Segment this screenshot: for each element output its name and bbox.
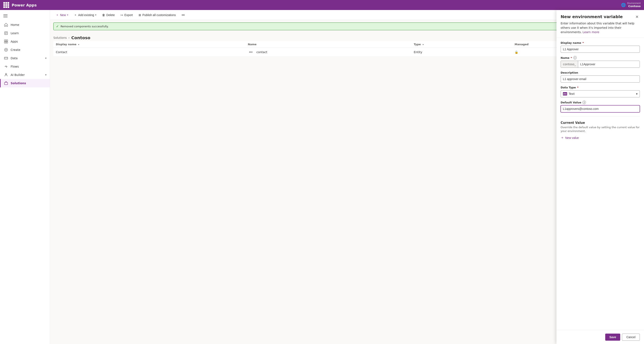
description-field-group: Description <box>561 71 640 82</box>
sidebar-item-home[interactable]: Home <box>0 21 50 29</box>
table-header-row: Display name ▾ Name Type ▾ Managed <box>53 41 641 48</box>
new-value-plus-icon: ＋ <box>561 136 564 140</box>
data-type-required: * <box>577 86 578 89</box>
panel-close-button[interactable]: ✕ <box>634 14 640 20</box>
new-button[interactable]: ＋ New ▾ <box>53 12 71 18</box>
topbar-right: 🌐 Environment Contoso <box>621 2 641 8</box>
name-prefix: contoso_ <box>561 61 578 68</box>
add-existing-button[interactable]: ＋ Add existing ▾ <box>72 12 99 18</box>
new-label: New <box>60 13 66 17</box>
sidebar-item-learn[interactable]: Learn <box>0 29 50 37</box>
learn-icon <box>4 31 8 35</box>
row-display-name: Contact <box>53 48 245 57</box>
svg-rect-8 <box>6 40 8 41</box>
export-icon: ↦ <box>121 13 123 17</box>
cancel-button[interactable]: Cancel <box>622 334 640 341</box>
app-title: Power Apps <box>12 3 37 7</box>
row-more-button[interactable]: ••• <box>248 50 254 54</box>
sidebar-item-create[interactable]: Create <box>0 46 50 54</box>
delete-icon: 🗑 <box>102 13 105 17</box>
solutions-table: Display name ▾ Name Type ▾ Managed <box>53 41 641 57</box>
col-type[interactable]: Type ▾ <box>411 41 512 48</box>
text-type-icon: abc <box>563 92 567 96</box>
col-display-name-label: Display name <box>56 43 76 46</box>
current-value-section: Current Value Override the default value… <box>561 121 640 141</box>
default-value-input[interactable] <box>561 105 640 112</box>
main-layout: Home Learn Apps Create Data ▾ <box>0 10 644 344</box>
data-type-select[interactable]: abc Text ▾ <box>561 90 640 97</box>
flows-icon <box>4 64 8 68</box>
default-value-info-icon[interactable]: i <box>582 101 586 104</box>
ai-builder-icon <box>4 73 8 77</box>
description-input[interactable] <box>561 76 640 82</box>
col-managed-label: Managed <box>514 43 528 46</box>
panel-footer: Save Cancel <box>556 330 644 344</box>
svg-rect-17 <box>4 82 8 85</box>
apps-icon <box>4 40 8 44</box>
svg-rect-2 <box>3 17 8 17</box>
publish-icon: ⊞ <box>138 13 141 17</box>
delete-button[interactable]: 🗑 Delete <box>100 12 117 18</box>
new-value-button[interactable]: ＋ New value <box>561 135 579 141</box>
sidebar-item-apps[interactable]: Apps <box>0 37 50 46</box>
sidebar-item-flows[interactable]: Flows <box>0 62 50 71</box>
ai-chevron-icon: ▾ <box>45 74 46 76</box>
env-label: Environment <box>627 2 641 4</box>
data-type-select-left: abc Text <box>563 92 574 96</box>
new-env-variable-panel: New environment variable ✕ Enter informa… <box>556 10 644 344</box>
display-name-field-group: Display name * <box>561 41 640 53</box>
add-existing-icon: ＋ <box>74 13 77 17</box>
svg-point-16 <box>6 74 7 75</box>
current-value-title: Current Value <box>561 121 640 125</box>
solutions-breadcrumb-link[interactable]: Solutions <box>53 36 67 40</box>
sidebar-item-ai-builder[interactable]: AI Builder ▾ <box>0 71 50 79</box>
new-chevron-icon: ▾ <box>67 14 68 16</box>
add-existing-chevron-icon: ▾ <box>95 14 96 16</box>
data-type-chevron-icon: ▾ <box>636 92 638 96</box>
breadcrumb-current: Contoso <box>71 35 90 40</box>
save-button[interactable]: Save <box>605 334 620 341</box>
data-type-label: Data Type * <box>561 86 640 89</box>
waffle-menu[interactable] <box>3 2 9 8</box>
delete-label: Delete <box>106 13 115 17</box>
col-display-name[interactable]: Display name ▾ <box>53 41 245 48</box>
breadcrumb-separator: › <box>68 36 70 40</box>
data-type-field-group: Data Type * abc Text ▾ <box>561 86 640 97</box>
name-input[interactable] <box>578 61 640 68</box>
topbar: Power Apps 🌐 Environment Contoso <box>0 0 644 10</box>
panel-header: New environment variable ✕ <box>556 10 644 20</box>
export-button[interactable]: ↦ Export <box>118 12 135 18</box>
display-name-required: * <box>582 41 584 44</box>
more-button[interactable]: ••• <box>179 12 187 18</box>
publish-button[interactable]: ⊞ Publish all customizations <box>136 12 178 18</box>
sidebar-item-solutions[interactable]: Solutions <box>0 79 50 87</box>
name-info-icon[interactable]: i <box>573 56 577 60</box>
env-name: Contoso <box>627 4 641 8</box>
sidebar-item-data[interactable]: Data ▾ <box>0 54 50 62</box>
hamburger-button[interactable] <box>0 12 50 21</box>
sidebar-create-label: Create <box>11 48 20 52</box>
learn-more-link[interactable]: Learn more <box>582 30 599 34</box>
col-type-label: Type <box>414 43 421 46</box>
sidebar: Home Learn Apps Create Data ▾ <box>0 10 50 344</box>
environment-info[interactable]: Environment Contoso <box>627 2 641 8</box>
sidebar-home-label: Home <box>11 23 19 26</box>
table-row[interactable]: Contact ••• contact Entity 🔒 <box>53 48 641 57</box>
svg-rect-10 <box>6 42 8 43</box>
globe-icon: 🌐 <box>621 3 626 7</box>
close-icon: ✕ <box>636 15 638 19</box>
new-value-label: New value <box>565 136 579 140</box>
breadcrumb: Solutions › Contoso <box>50 33 644 41</box>
lock-icon: 🔒 <box>514 50 518 54</box>
panel-title: New environment variable <box>561 14 623 19</box>
col-name-label: Name <box>248 43 256 46</box>
main-toolbar: ＋ New ▾ ＋ Add existing ▾ 🗑 Delete ↦ Expo… <box>50 10 644 20</box>
data-icon <box>4 56 8 60</box>
display-name-input[interactable] <box>561 46 640 53</box>
success-message: Removed components successfully. <box>60 25 108 28</box>
row-type: Entity <box>411 48 512 57</box>
export-label: Export <box>124 13 133 17</box>
col-name[interactable]: Name <box>245 41 411 48</box>
sidebar-flows-label: Flows <box>11 65 19 68</box>
home-icon <box>4 23 8 27</box>
